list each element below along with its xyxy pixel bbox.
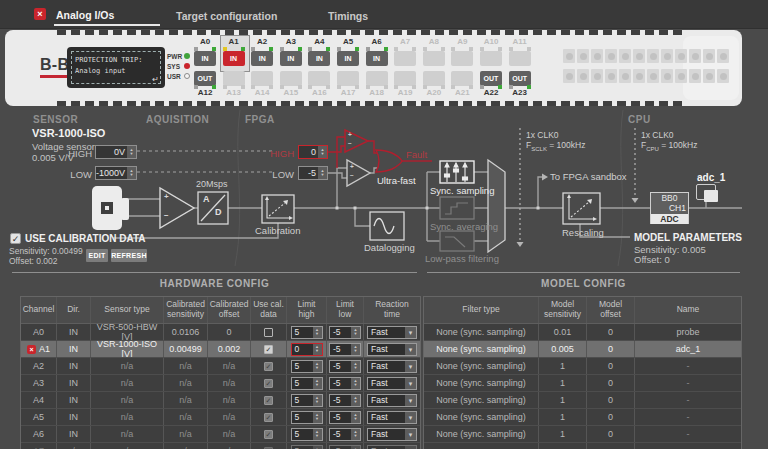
limit_high-spinner[interactable]: 5▲▼ — [291, 428, 323, 441]
limit_high-spinner[interactable]: 0▲▼ — [291, 343, 323, 356]
use-calibration-checkbox[interactable]: ✓ — [10, 233, 21, 244]
limit_low-spinner[interactable]: -5▲▼ — [329, 445, 361, 449]
reaction-time-dropdown[interactable]: Fast▾ — [367, 377, 417, 390]
tab-target-configuration[interactable]: Target configuration — [176, 10, 277, 22]
column-header: Filter type — [424, 297, 539, 323]
limit_high-spinner[interactable]: 5▲▼ — [291, 326, 323, 339]
sensor-high-input[interactable]: 0V▲▼ — [95, 145, 137, 159]
tab-timings[interactable]: Timings — [328, 10, 368, 22]
cell-reaction: Fast▾ — [364, 409, 420, 425]
cell-model_off: 0 — [587, 375, 635, 391]
table-row[interactable]: None (sync. sampling)0.010probe — [424, 324, 741, 341]
channel-label-A19: A19 — [392, 88, 418, 97]
channel-connector-A2[interactable]: IN — [251, 51, 273, 66]
use-cal-checkbox[interactable] — [264, 328, 273, 337]
channel-indicator-right — [384, 47, 388, 51]
reaction-time-dropdown[interactable]: Fast▾ — [367, 326, 417, 339]
limit_low-spinner[interactable]: -5▲▼ — [329, 411, 361, 424]
cell-sensor: n/a — [91, 409, 164, 425]
limit_low-spinner[interactable]: -5▲▼ — [329, 428, 361, 441]
limit-high-input[interactable]: 0▲▼ — [298, 145, 328, 159]
tab-analog-ios[interactable]: Analog I/Os — [56, 9, 114, 21]
channel-indicator-left — [480, 47, 484, 51]
tab-error-icon[interactable]: × — [34, 8, 46, 20]
channel-connector-A23[interactable]: OUT — [509, 71, 531, 86]
column-header: Reaction time — [364, 297, 420, 323]
limit-low-input[interactable]: -5▲▼ — [298, 166, 328, 180]
table-row[interactable]: A4INn/an/an/a✓5▲▼-5▲▼Fast▾ — [21, 392, 420, 409]
use-cal-checkbox[interactable]: ✓ — [264, 396, 273, 405]
limit_high-spinner[interactable]: 5▲▼ — [291, 411, 323, 424]
edit-button[interactable]: EDIT — [86, 249, 108, 262]
cell-filter: None (sync. sampling) — [424, 341, 539, 357]
sensor-name: VSR-1000-ISO — [32, 127, 105, 139]
limit_low-spinner[interactable]: -5▲▼ — [329, 326, 361, 339]
active-tab-underline — [54, 24, 160, 26]
limit_low-spinner[interactable]: -5▲▼ — [329, 394, 361, 407]
limit_high-spinner[interactable]: 5▲▼ — [291, 445, 323, 449]
datalogging-label: Datalogging — [364, 242, 415, 253]
channel-connector-A21 — [451, 71, 473, 86]
reaction-time-dropdown[interactable]: Fast▾ — [367, 445, 417, 449]
table-row[interactable]: None (sync. sampling)10- — [424, 358, 741, 375]
limit_high-spinner[interactable]: 5▲▼ — [291, 394, 323, 407]
table-row[interactable]: A0INVSR-500-HBW [V]0.010605▲▼-5▲▼Fast▾ — [21, 324, 420, 341]
table-row[interactable]: A5INn/an/an/a✓5▲▼-5▲▼Fast▾ — [21, 409, 420, 426]
channel-label-A2: A2 — [249, 37, 275, 46]
use-cal-checkbox[interactable]: ✓ — [264, 430, 273, 439]
channel-indicator-left — [509, 47, 513, 51]
channel-connector-A4[interactable]: IN — [308, 51, 330, 66]
channel-connector-A3[interactable]: IN — [280, 51, 302, 66]
limit_high-spinner[interactable]: 5▲▼ — [291, 377, 323, 390]
channel-connector-A5[interactable]: IN — [337, 51, 359, 66]
limit_low-spinner[interactable]: -5▲▼ — [329, 377, 361, 390]
table-row[interactable]: ×A1INVSR-1000-ISO [V]0.004990.002✓0▲▼-5▲… — [21, 341, 420, 358]
cell-cal_sens: 0.00499 — [164, 341, 208, 357]
channel-indicator-right — [527, 85, 531, 89]
use-cal-checkbox[interactable]: ✓ — [264, 345, 273, 354]
channel-connector-A7 — [394, 51, 416, 66]
limit_low-spinner[interactable]: -5▲▼ — [329, 360, 361, 373]
channel-connector-A6[interactable]: IN — [366, 51, 388, 66]
table-row[interactable]: None (sync. sampling)0.0050adc_1 — [424, 341, 741, 358]
table-row[interactable]: None (sync. sampling)10- — [424, 375, 741, 392]
cell-reaction: Fast▾ — [364, 426, 420, 442]
reaction-time-dropdown[interactable]: Fast▾ — [367, 343, 417, 356]
channel-connector-A12[interactable]: OUT — [194, 71, 216, 86]
table-row[interactable]: None (sync. sampling)10- — [424, 392, 741, 409]
reaction-time-dropdown[interactable]: Fast▾ — [367, 428, 417, 441]
reaction-time-dropdown[interactable]: Fast▾ — [367, 411, 417, 424]
use-cal-checkbox[interactable]: ✓ — [264, 379, 273, 388]
channel-connector-A0[interactable]: IN — [194, 51, 216, 66]
reaction-time-dropdown[interactable]: Fast▾ — [367, 394, 417, 407]
use-cal-checkbox[interactable]: ✓ — [264, 413, 273, 422]
comp-low-minus: − — [350, 172, 354, 179]
table-row[interactable]: ---- — [424, 443, 741, 449]
connector-pad — [619, 69, 631, 83]
connector-pad — [605, 69, 617, 83]
channel-connector-A22[interactable]: OUT — [480, 71, 502, 86]
table-row[interactable]: A2INn/an/an/a✓5▲▼-5▲▼Fast▾ — [21, 358, 420, 375]
table-row[interactable]: A3INn/an/an/a✓5▲▼-5▲▼Fast▾ — [21, 375, 420, 392]
reaction-time-dropdown[interactable]: Fast▾ — [367, 360, 417, 373]
connector-pad — [717, 69, 729, 83]
cell-cal_sens: n/a — [164, 375, 208, 391]
cell-filter: - — [424, 443, 539, 449]
limit_high-spinner[interactable]: 5▲▼ — [291, 360, 323, 373]
cell-sensor: n/a — [91, 392, 164, 408]
sensor-low-input[interactable]: -1000V▲▼ — [95, 166, 137, 180]
table-row[interactable]: A6INn/an/an/a✓5▲▼-5▲▼Fast▾ — [21, 426, 420, 443]
refresh-button[interactable]: REFRESH — [111, 249, 147, 262]
use-cal-checkbox[interactable]: ✓ — [264, 362, 273, 371]
channel-indicator-right — [412, 85, 416, 89]
table-row[interactable]: None (sync. sampling)10- — [424, 409, 741, 426]
table-row[interactable]: A7n/an/an/an/a✓5▲▼-5▲▼Fast▾ — [21, 443, 420, 449]
column-header: Name — [635, 297, 741, 323]
channel-connector-A1[interactable]: IN — [223, 51, 245, 66]
cell-cal_sens: n/a — [164, 392, 208, 408]
lcd-display: PROTECTION TRIP:Analog input ↵ — [67, 47, 165, 88]
limit_low-spinner[interactable]: -5▲▼ — [329, 343, 361, 356]
table-row[interactable]: None (sync. sampling)10- — [424, 426, 741, 443]
cell-model_off: 0 — [587, 358, 635, 374]
channel-indicator-left — [194, 47, 198, 51]
